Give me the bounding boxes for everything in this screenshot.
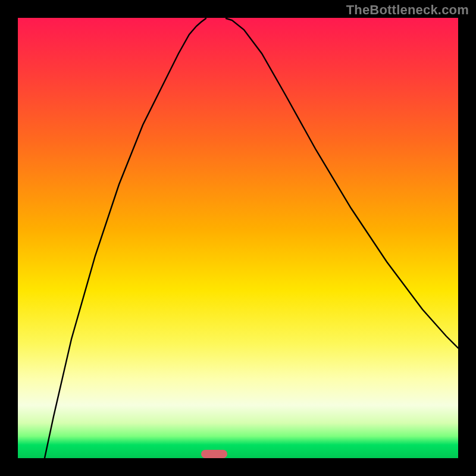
curve-left-branch bbox=[45, 18, 206, 458]
outer-frame: TheBottleneck.com bbox=[0, 0, 476, 476]
optimal-marker bbox=[201, 450, 227, 458]
plot-area bbox=[18, 18, 458, 458]
curve-right-branch bbox=[226, 18, 458, 348]
bottleneck-curve bbox=[18, 18, 458, 458]
watermark-label: TheBottleneck.com bbox=[346, 2, 469, 18]
